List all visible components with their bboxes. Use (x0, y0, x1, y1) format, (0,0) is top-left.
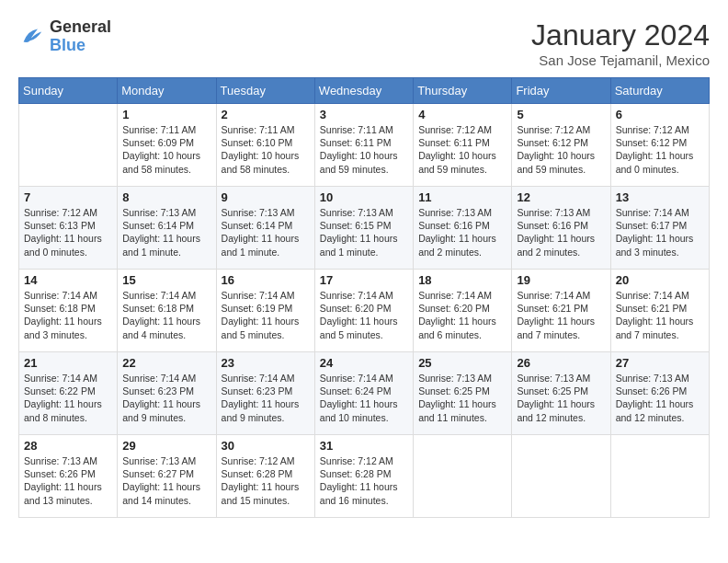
day-number: 30 (222, 439, 310, 453)
day-number: 19 (517, 273, 605, 287)
day-number: 26 (517, 356, 605, 370)
calendar-cell: 15Sunrise: 7:14 AMSunset: 6:18 PMDayligh… (118, 270, 216, 352)
day-info: Sunrise: 7:12 AMSunset: 6:13 PMDaylight:… (24, 206, 112, 259)
day-info: Sunrise: 7:12 AMSunset: 6:12 PMDaylight:… (517, 123, 605, 176)
calendar-cell: 12Sunrise: 7:13 AMSunset: 6:16 PMDayligh… (512, 187, 610, 270)
calendar-cell: 9Sunrise: 7:13 AMSunset: 6:14 PMDaylight… (216, 187, 314, 270)
calendar-cell: 17Sunrise: 7:14 AMSunset: 6:20 PMDayligh… (314, 270, 413, 352)
col-header-wednesday: Wednesday (314, 78, 413, 104)
calendar-cell: 3Sunrise: 7:11 AMSunset: 6:11 PMDaylight… (314, 104, 413, 187)
day-info: Sunrise: 7:14 AMSunset: 6:20 PMDaylight:… (418, 289, 506, 341)
col-header-saturday: Saturday (610, 78, 709, 104)
day-info: Sunrise: 7:14 AMSunset: 6:23 PMDaylight:… (122, 372, 210, 424)
day-info: Sunrise: 7:12 AMSunset: 6:12 PMDaylight:… (616, 123, 704, 176)
day-number: 22 (122, 356, 210, 370)
day-info: Sunrise: 7:14 AMSunset: 6:20 PMDaylight:… (320, 289, 408, 341)
month-title: January 2024 (531, 18, 710, 52)
calendar-cell: 5Sunrise: 7:12 AMSunset: 6:12 PMDaylight… (512, 104, 610, 187)
col-header-tuesday: Tuesday (216, 78, 314, 104)
calendar-cell (610, 435, 709, 518)
day-number: 17 (320, 273, 408, 287)
calendar-cell: 8Sunrise: 7:13 AMSunset: 6:14 PMDaylight… (118, 187, 216, 270)
calendar-cell: 19Sunrise: 7:14 AMSunset: 6:21 PMDayligh… (512, 270, 610, 352)
calendar-cell: 2Sunrise: 7:11 AMSunset: 6:10 PMDaylight… (216, 104, 314, 187)
logo: General Blue (18, 18, 111, 55)
col-header-monday: Monday (118, 78, 216, 104)
logo-bird-icon (18, 24, 44, 50)
title-block: January 2024 San Jose Tejamanil, Mexico (531, 18, 710, 68)
day-number: 31 (320, 439, 408, 453)
page-header: General Blue January 2024 San Jose Tejam… (18, 18, 710, 68)
calendar-cell: 24Sunrise: 7:14 AMSunset: 6:24 PMDayligh… (314, 352, 413, 435)
day-number: 28 (24, 439, 112, 453)
day-info: Sunrise: 7:13 AMSunset: 6:25 PMDaylight:… (418, 372, 506, 424)
day-number: 11 (418, 190, 506, 204)
day-number: 10 (320, 190, 408, 204)
day-number: 23 (222, 356, 310, 370)
day-info: Sunrise: 7:13 AMSunset: 6:16 PMDaylight:… (418, 206, 506, 259)
day-info: Sunrise: 7:14 AMSunset: 6:22 PMDaylight:… (24, 372, 112, 424)
day-info: Sunrise: 7:12 AMSunset: 6:28 PMDaylight:… (222, 454, 310, 507)
location: San Jose Tejamanil, Mexico (531, 52, 710, 68)
day-number: 15 (122, 273, 210, 287)
day-info: Sunrise: 7:13 AMSunset: 6:14 PMDaylight:… (122, 206, 210, 259)
logo-blue: Blue (50, 37, 111, 55)
calendar-cell: 4Sunrise: 7:12 AMSunset: 6:11 PMDaylight… (414, 104, 512, 187)
day-info: Sunrise: 7:14 AMSunset: 6:23 PMDaylight:… (222, 372, 310, 424)
day-number: 9 (222, 190, 310, 204)
day-info: Sunrise: 7:13 AMSunset: 6:25 PMDaylight:… (517, 372, 605, 424)
calendar-cell: 28Sunrise: 7:13 AMSunset: 6:26 PMDayligh… (19, 435, 118, 518)
calendar-cell: 1Sunrise: 7:11 AMSunset: 6:09 PMDaylight… (118, 104, 216, 187)
calendar-cell: 29Sunrise: 7:13 AMSunset: 6:27 PMDayligh… (118, 435, 216, 518)
day-number: 12 (517, 190, 605, 204)
calendar-cell (512, 435, 610, 518)
day-info: Sunrise: 7:12 AMSunset: 6:11 PMDaylight:… (418, 123, 506, 176)
day-info: Sunrise: 7:13 AMSunset: 6:15 PMDaylight:… (320, 206, 408, 259)
day-info: Sunrise: 7:14 AMSunset: 6:17 PMDaylight:… (616, 206, 704, 259)
day-info: Sunrise: 7:11 AMSunset: 6:11 PMDaylight:… (320, 123, 408, 176)
calendar-cell: 31Sunrise: 7:12 AMSunset: 6:28 PMDayligh… (314, 435, 413, 518)
day-number: 24 (320, 356, 408, 370)
day-number: 20 (616, 273, 704, 287)
calendar-cell: 21Sunrise: 7:14 AMSunset: 6:22 PMDayligh… (19, 352, 118, 435)
day-info: Sunrise: 7:14 AMSunset: 6:24 PMDaylight:… (320, 372, 408, 424)
day-info: Sunrise: 7:13 AMSunset: 6:16 PMDaylight:… (517, 206, 605, 259)
day-number: 13 (616, 190, 704, 204)
day-number: 8 (122, 190, 210, 204)
day-info: Sunrise: 7:11 AMSunset: 6:09 PMDaylight:… (122, 123, 210, 176)
day-number: 3 (320, 108, 408, 121)
day-info: Sunrise: 7:13 AMSunset: 6:26 PMDaylight:… (24, 454, 112, 507)
day-number: 16 (222, 273, 310, 287)
calendar-cell: 20Sunrise: 7:14 AMSunset: 6:21 PMDayligh… (610, 270, 709, 352)
calendar-cell: 13Sunrise: 7:14 AMSunset: 6:17 PMDayligh… (610, 187, 709, 270)
logo-general: General (50, 18, 111, 37)
day-info: Sunrise: 7:14 AMSunset: 6:18 PMDaylight:… (24, 289, 112, 341)
calendar-cell: 10Sunrise: 7:13 AMSunset: 6:15 PMDayligh… (314, 187, 413, 270)
day-number: 2 (222, 108, 310, 121)
day-number: 1 (122, 108, 210, 121)
calendar-cell: 18Sunrise: 7:14 AMSunset: 6:20 PMDayligh… (414, 270, 512, 352)
calendar-cell: 11Sunrise: 7:13 AMSunset: 6:16 PMDayligh… (414, 187, 512, 270)
day-info: Sunrise: 7:13 AMSunset: 6:26 PMDaylight:… (616, 372, 704, 424)
day-number: 14 (24, 273, 112, 287)
day-number: 5 (517, 108, 605, 121)
calendar-cell: 27Sunrise: 7:13 AMSunset: 6:26 PMDayligh… (610, 352, 709, 435)
calendar-cell: 30Sunrise: 7:12 AMSunset: 6:28 PMDayligh… (216, 435, 314, 518)
col-header-sunday: Sunday (19, 78, 118, 104)
logo-text: General Blue (50, 18, 111, 55)
calendar-cell: 23Sunrise: 7:14 AMSunset: 6:23 PMDayligh… (216, 352, 314, 435)
calendar-cell: 7Sunrise: 7:12 AMSunset: 6:13 PMDaylight… (19, 187, 118, 270)
day-number: 25 (418, 356, 506, 370)
day-info: Sunrise: 7:13 AMSunset: 6:27 PMDaylight:… (122, 454, 210, 507)
day-number: 6 (616, 108, 704, 121)
calendar-cell (19, 104, 118, 187)
calendar-cell (414, 435, 512, 518)
calendar-cell: 14Sunrise: 7:14 AMSunset: 6:18 PMDayligh… (19, 270, 118, 352)
day-info: Sunrise: 7:14 AMSunset: 6:19 PMDaylight:… (222, 289, 310, 341)
calendar-table: SundayMondayTuesdayWednesdayThursdayFrid… (18, 77, 710, 518)
day-info: Sunrise: 7:14 AMSunset: 6:18 PMDaylight:… (122, 289, 210, 341)
day-info: Sunrise: 7:12 AMSunset: 6:28 PMDaylight:… (320, 454, 408, 507)
day-number: 18 (418, 273, 506, 287)
calendar-cell: 16Sunrise: 7:14 AMSunset: 6:19 PMDayligh… (216, 270, 314, 352)
day-info: Sunrise: 7:11 AMSunset: 6:10 PMDaylight:… (222, 123, 310, 176)
